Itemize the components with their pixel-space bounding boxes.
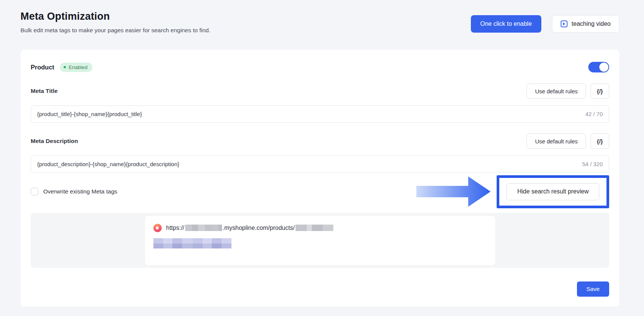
overwrite-checkbox-group[interactable]: Overwrite existing Meta tags: [31, 188, 117, 195]
product-row: Product Enabled: [31, 62, 609, 72]
overwrite-checkbox[interactable]: [31, 188, 38, 195]
meta-description-actions: Use default rules {/}: [527, 134, 609, 149]
save-button[interactable]: Save: [577, 281, 609, 297]
annotation-highlight-box: Hide search result preview: [497, 175, 609, 208]
meta-title-char-counter: 42 / 70: [585, 111, 603, 117]
url-prefix: https://: [166, 225, 184, 231]
meta-description-insert-variable-button[interactable]: {/}: [591, 134, 609, 149]
preview-url-row: https:// .myshopline.com/products/: [153, 224, 487, 232]
redacted-preview-title: [153, 238, 231, 248]
status-badge-label: Enabled: [69, 64, 88, 70]
url-domain: .myshopline.com/products/: [223, 225, 295, 231]
meta-title-header: Meta Title Use default rules {/}: [31, 83, 609, 99]
hide-search-result-preview-button[interactable]: Hide search result preview: [506, 183, 599, 200]
save-row: Save: [31, 281, 609, 297]
annotation-arrow-icon: [416, 174, 491, 209]
meta-description-label: Meta Description: [31, 138, 78, 145]
meta-description-header: Meta Description Use default rules {/}: [31, 134, 609, 149]
search-result-preview-panel: https:// .myshopline.com/products/: [31, 213, 609, 268]
header-actions: One click to enable teaching video: [471, 15, 619, 33]
product-enable-toggle[interactable]: [588, 62, 609, 72]
page-header-text: Meta Optimization Bulk edit meta tags to…: [20, 11, 210, 34]
overwrite-checkbox-label: Overwrite existing Meta tags: [43, 188, 117, 195]
meta-title-value: {product_title}-{shop_name}{product_titl…: [37, 111, 142, 117]
options-row: Overwrite existing Meta tags Hide search…: [31, 174, 609, 209]
status-dot-icon: [64, 66, 66, 68]
meta-title-input[interactable]: {product_title}-{shop_name}{product_titl…: [31, 105, 609, 123]
toggle-knob: [599, 63, 608, 72]
one-click-enable-button[interactable]: One click to enable: [471, 15, 541, 33]
redacted-shop-name: [185, 225, 222, 231]
page-subtitle: Bulk edit meta tags to make your pages e…: [20, 27, 210, 34]
page-title: Meta Optimization: [20, 11, 210, 22]
play-video-icon: [561, 20, 567, 27]
meta-description-value: {product_description}-{shop_name}{produc…: [37, 161, 179, 167]
meta-description-char-counter: 54 / 320: [582, 161, 603, 167]
meta-title-label: Meta Title: [31, 88, 58, 94]
teaching-video-button[interactable]: teaching video: [552, 15, 619, 33]
meta-description-use-default-rules-button[interactable]: Use default rules: [527, 134, 586, 149]
product-section-label: Product: [31, 64, 54, 71]
search-result-preview-card: https:// .myshopline.com/products/: [145, 216, 495, 265]
meta-title-use-default-rules-button[interactable]: Use default rules: [527, 83, 586, 99]
site-favicon-icon: [153, 224, 162, 232]
preview-url: https:// .myshopline.com/products/: [166, 225, 334, 231]
status-badge: Enabled: [60, 63, 92, 72]
meta-settings-card: Product Enabled Meta Title Use default r…: [20, 50, 619, 307]
meta-title-insert-variable-button[interactable]: {/}: [591, 83, 609, 99]
page-header: Meta Optimization Bulk edit meta tags to…: [0, 0, 644, 34]
meta-description-input[interactable]: {product_description}-{shop_name}{produc…: [31, 156, 609, 173]
annotation-group: Hide search result preview: [416, 174, 609, 209]
teaching-video-label: teaching video: [572, 20, 611, 27]
meta-title-actions: Use default rules {/}: [527, 83, 609, 99]
redacted-product-handle: [295, 225, 333, 231]
